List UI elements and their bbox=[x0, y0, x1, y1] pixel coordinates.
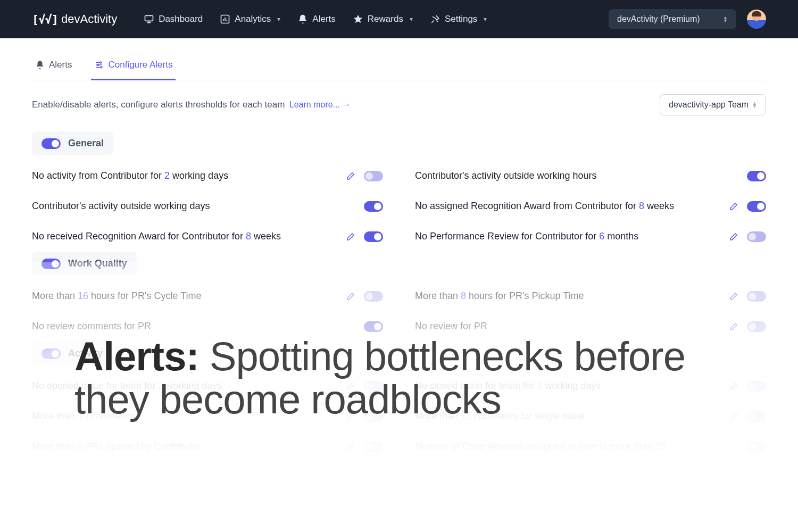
alert-toggle[interactable] bbox=[747, 321, 766, 332]
tab-alerts-label: Alerts bbox=[49, 60, 72, 70]
alert-toggle[interactable] bbox=[364, 231, 383, 242]
alert-toggle[interactable] bbox=[364, 201, 383, 212]
alert-row: Contributor's activity outside working d… bbox=[32, 191, 383, 221]
page-description: Enable/disable alerts, configure alerts … bbox=[32, 99, 285, 110]
alert-toggle[interactable] bbox=[747, 411, 766, 422]
alert-row: Number of Code Reviews assigned to user … bbox=[415, 431, 766, 462]
user-avatar[interactable] bbox=[747, 10, 766, 29]
nav-alerts[interactable]: Alerts bbox=[297, 14, 335, 24]
tab-bar: Alerts Configure Alerts bbox=[32, 54, 766, 80]
alert-row: No Performance Review for Contributor fo… bbox=[415, 221, 766, 252]
pencil-icon[interactable] bbox=[346, 442, 355, 452]
alert-row: More than 16 hours for PR's Cycle Time bbox=[32, 281, 383, 311]
bar-chart-icon bbox=[220, 14, 230, 24]
pencil-icon[interactable] bbox=[729, 292, 738, 301]
alert-toggle[interactable] bbox=[747, 381, 766, 392]
alert-label: No activity from Contributor for 2 worki… bbox=[32, 170, 346, 181]
team-select-label: devactivity-app Team bbox=[669, 100, 749, 110]
section-work-quality-title: Work Quality bbox=[68, 258, 127, 269]
hero-title-strong: Alerts: bbox=[74, 334, 210, 379]
top-navbar: [√√] devActivity Dashboard Analytics ▾ A… bbox=[0, 0, 798, 38]
alert-toggle[interactable] bbox=[364, 171, 383, 181]
pencil-icon[interactable] bbox=[346, 232, 355, 242]
section-work-quality-header: Work Quality bbox=[32, 252, 137, 276]
pencil-icon[interactable] bbox=[346, 171, 355, 181]
alert-label: No assigned Recognition Award from Contr… bbox=[415, 201, 729, 212]
chevron-down-icon: ▾ bbox=[277, 15, 280, 23]
nav-alerts-label: Alerts bbox=[312, 14, 335, 24]
learn-more-link[interactable]: Learn more... → bbox=[289, 100, 351, 109]
bell-icon bbox=[297, 14, 308, 24]
tools-icon bbox=[430, 14, 440, 24]
alert-toggle[interactable] bbox=[747, 442, 766, 452]
alert-label: More than 8 hours for PR's Pickup Time bbox=[415, 290, 729, 302]
pencil-icon[interactable] bbox=[346, 292, 355, 301]
svg-point-3 bbox=[97, 64, 99, 66]
section-general-header: General bbox=[32, 131, 113, 155]
pencil-icon[interactable] bbox=[729, 232, 738, 242]
tab-alerts[interactable]: Alerts bbox=[32, 54, 75, 80]
pencil-icon[interactable] bbox=[729, 202, 738, 211]
alert-toggle[interactable] bbox=[364, 442, 383, 452]
section-general-toggle[interactable] bbox=[41, 138, 61, 149]
section-work-quality-toggle[interactable] bbox=[41, 259, 61, 269]
alert-row: No received Recognition Award for Contri… bbox=[32, 221, 383, 252]
bottom-fade bbox=[0, 468, 798, 532]
alert-row: More than 5 PRs opened by Contributor bbox=[32, 431, 383, 462]
section-general-title: General bbox=[68, 138, 104, 149]
account-select-label: devActivity (Premium) bbox=[617, 14, 700, 24]
section-work-quality-grid: More than 16 hours for PR's Cycle Time M… bbox=[32, 281, 766, 342]
nav-rewards[interactable]: Rewards ▾ bbox=[353, 14, 413, 24]
svg-rect-0 bbox=[145, 15, 153, 21]
svg-point-2 bbox=[100, 62, 102, 63]
alert-toggle[interactable] bbox=[747, 291, 766, 302]
alert-label: More than 16 hours for PR's Cycle Time bbox=[32, 290, 346, 302]
alert-row: Contributor's activity outside working h… bbox=[415, 161, 766, 191]
alert-label: Number of Code Reviews assigned to user … bbox=[415, 441, 747, 452]
alert-label: More than 5 PRs opened by Contributor bbox=[32, 441, 346, 452]
nav-analytics[interactable]: Analytics ▾ bbox=[220, 14, 280, 24]
alert-toggle[interactable] bbox=[747, 171, 766, 181]
brand-icon: [√√] bbox=[32, 13, 58, 26]
alert-toggle[interactable] bbox=[364, 321, 383, 332]
team-select[interactable]: devactivity-app Team ▲▼ bbox=[660, 94, 766, 115]
alert-label: Contributor's activity outside working d… bbox=[32, 201, 364, 212]
alert-label: No review comments for PR bbox=[32, 321, 364, 332]
nav-settings[interactable]: Settings ▾ bbox=[430, 14, 487, 24]
brand-name: devActivity bbox=[61, 12, 117, 26]
alert-label: Contributor's activity outside working h… bbox=[415, 170, 747, 181]
brand-logo[interactable]: [√√] devActivity bbox=[32, 12, 117, 26]
alert-label: No received Recognition Award for Contri… bbox=[32, 231, 346, 242]
pencil-icon[interactable] bbox=[729, 322, 738, 331]
nav-analytics-label: Analytics bbox=[235, 14, 271, 24]
nav-settings-label: Settings bbox=[445, 14, 477, 24]
account-select[interactable]: devActivity (Premium) ▲▼ bbox=[609, 9, 736, 29]
section-activity-toggle[interactable] bbox=[41, 348, 61, 359]
tab-configure-alerts[interactable]: Configure Alerts bbox=[91, 54, 176, 80]
alert-label: No review for PR bbox=[415, 321, 729, 332]
svg-point-4 bbox=[101, 66, 102, 68]
chevron-down-icon: ▾ bbox=[410, 15, 413, 23]
alert-toggle[interactable] bbox=[747, 231, 766, 242]
alert-row: More than 8 hours for PR's Pickup Time bbox=[415, 281, 766, 311]
monitor-icon bbox=[144, 14, 154, 24]
nav-dashboard[interactable]: Dashboard bbox=[144, 14, 203, 24]
star-icon bbox=[353, 14, 363, 24]
nav-dashboard-label: Dashboard bbox=[159, 14, 203, 24]
alert-row: No activity from Contributor for 2 worki… bbox=[32, 161, 383, 191]
alert-toggle[interactable] bbox=[747, 201, 766, 212]
alert-toggle[interactable] bbox=[364, 291, 383, 302]
chevron-down-icon: ▾ bbox=[484, 15, 487, 23]
primary-nav: Dashboard Analytics ▾ Alerts Rewards ▾ bbox=[144, 14, 609, 24]
bell-icon bbox=[35, 60, 45, 70]
sliders-icon bbox=[94, 60, 104, 70]
hero-overlay: Alerts: Spotting bottlenecks before they… bbox=[74, 335, 745, 421]
alert-row: No assigned Recognition Award from Contr… bbox=[415, 191, 766, 221]
sort-icon: ▲▼ bbox=[752, 102, 757, 108]
tab-configure-label: Configure Alerts bbox=[108, 60, 172, 70]
nav-rewards-label: Rewards bbox=[368, 14, 403, 24]
alert-label: No Performance Review for Contributor fo… bbox=[415, 231, 729, 242]
sort-icon: ▲▼ bbox=[723, 16, 728, 22]
section-general-grid: No activity from Contributor for 2 worki… bbox=[32, 161, 766, 252]
subheader: Enable/disable alerts, configure alerts … bbox=[32, 94, 766, 115]
